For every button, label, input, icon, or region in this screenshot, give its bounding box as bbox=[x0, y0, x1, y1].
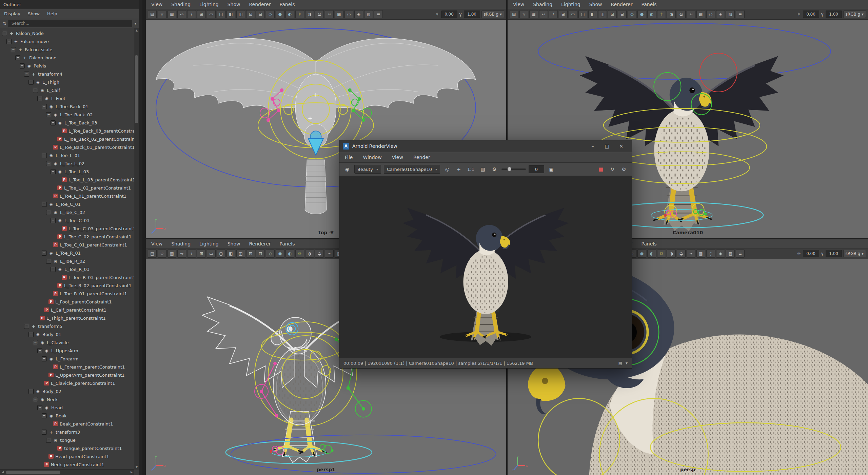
arnold-renderview-window[interactable]: A Arnold RenderView – □ × File Window Vi… bbox=[339, 140, 632, 369]
view-transform-select[interactable]: sRGB g ▾ bbox=[843, 11, 866, 18]
motion-blur-icon[interactable]: ≈ bbox=[325, 250, 334, 258]
expander-toggle[interactable]: − bbox=[33, 397, 38, 402]
expander-toggle[interactable]: − bbox=[2, 31, 7, 36]
tree-item[interactable]: −◉L_Toe_R_03 bbox=[0, 265, 134, 273]
x-ray-icon[interactable]: ▨ bbox=[726, 10, 735, 18]
chevron-down-icon[interactable]: ▾ bbox=[134, 21, 136, 26]
gate-mask-icon[interactable]: ◧ bbox=[226, 10, 235, 18]
menu-view[interactable]: View bbox=[392, 155, 403, 160]
shadows-icon[interactable]: ◑ bbox=[667, 250, 676, 258]
tree-item[interactable]: −◉L_Toe_L_02 bbox=[0, 159, 134, 167]
tree-item[interactable]: PL_Toe_L_01_parentConstraint1 bbox=[0, 192, 134, 200]
menu-display[interactable]: Display bbox=[4, 11, 20, 16]
motion-blur-icon[interactable]: ≈ bbox=[325, 10, 334, 18]
view-transform-select[interactable]: sRGB g ▾ bbox=[843, 250, 866, 257]
expander-toggle[interactable]: − bbox=[37, 96, 42, 101]
viewport-menu-lighting[interactable]: Lighting bbox=[199, 2, 219, 7]
gamma-icon[interactable]: γ bbox=[821, 12, 824, 17]
tree-item[interactable]: −◉L_Toe_Back_03 bbox=[0, 119, 134, 127]
expander-toggle[interactable]: − bbox=[51, 218, 56, 223]
gate-mask-icon[interactable]: ◧ bbox=[588, 10, 597, 18]
tree-item[interactable]: PL_Toe_Back_03_parentConstraint1 bbox=[0, 127, 134, 135]
tree-item[interactable]: −◉L_Clavicle bbox=[0, 338, 134, 347]
tree-item[interactable]: PL_Toe_Back_02_parentConstraint1 bbox=[0, 135, 134, 143]
viewport-menu-lighting[interactable]: Lighting bbox=[561, 2, 580, 7]
depth-of-field-icon[interactable]: ◌ bbox=[706, 10, 715, 18]
tree-item[interactable]: −◉L_Toe_C_03 bbox=[0, 216, 134, 224]
sort-filter-icon[interactable]: ⇅ bbox=[3, 21, 6, 26]
tree-item[interactable]: −◉tongue bbox=[0, 436, 134, 444]
gamma-icon[interactable]: γ bbox=[821, 251, 824, 256]
shadows-icon[interactable]: ◑ bbox=[667, 10, 676, 18]
tree-item[interactable]: −◉L_Forearm bbox=[0, 355, 134, 363]
viewport-menu-renderer[interactable]: Renderer bbox=[249, 2, 271, 7]
smooth-shade-icon[interactable]: ● bbox=[637, 250, 646, 258]
expander-toggle[interactable]: − bbox=[11, 47, 16, 52]
x-ray-icon[interactable]: ▨ bbox=[364, 10, 373, 18]
isolate-icon[interactable]: ▣ bbox=[547, 165, 556, 173]
expander-toggle[interactable]: − bbox=[24, 324, 29, 329]
viewport-menu-view[interactable]: View bbox=[513, 2, 524, 7]
viewport-menu-panels[interactable]: Panels bbox=[279, 2, 295, 7]
expander-toggle[interactable]: − bbox=[42, 413, 47, 418]
wireframe-icon[interactable]: ◇ bbox=[628, 10, 636, 18]
field-chart-icon[interactable]: ◫ bbox=[598, 10, 607, 18]
isolate-select-icon[interactable]: ◈ bbox=[716, 250, 725, 258]
x-ray-joints-icon[interactable]: ≡ bbox=[736, 250, 745, 258]
debug-value-field[interactable]: 0 bbox=[529, 165, 544, 173]
textured-icon[interactable]: ◐ bbox=[647, 250, 656, 258]
lights-icon[interactable]: ☼ bbox=[295, 250, 304, 258]
tree-item[interactable]: −◉Beak bbox=[0, 412, 134, 420]
status-image-icon[interactable]: ▤ bbox=[618, 361, 622, 365]
film-gate-icon[interactable]: ▭ bbox=[207, 10, 216, 18]
lights-icon[interactable]: ☼ bbox=[657, 250, 666, 258]
tree-item[interactable]: −+Falcon_scale bbox=[0, 45, 134, 54]
viewport-menu-show[interactable]: Show bbox=[589, 2, 602, 7]
menu-render[interactable]: Render bbox=[413, 155, 430, 160]
expander-toggle[interactable]: − bbox=[46, 438, 51, 443]
x-ray-icon[interactable]: ▨ bbox=[726, 250, 735, 258]
scrollbar-thumb[interactable] bbox=[6, 471, 60, 474]
expander-toggle[interactable]: − bbox=[42, 251, 47, 256]
shadows-icon[interactable]: ◑ bbox=[305, 10, 314, 18]
exposure-field[interactable]: 0.00 bbox=[441, 11, 457, 18]
expander-toggle[interactable]: − bbox=[42, 153, 47, 158]
screen-space-ao-icon[interactable]: ◒ bbox=[315, 10, 324, 18]
grease-pencil-icon[interactable]: ∕ bbox=[187, 10, 196, 18]
tree-item[interactable]: PL_Clavicle_parentConstraint1 bbox=[0, 379, 134, 387]
region-icon[interactable]: ▧ bbox=[478, 165, 487, 173]
maximize-button[interactable]: □ bbox=[600, 140, 614, 152]
bookmarks-icon[interactable]: ☆ bbox=[519, 10, 528, 18]
shadows-icon[interactable]: ◑ bbox=[305, 250, 314, 258]
tree-item[interactable]: PL_Toe_Back_01_parentConstraint1 bbox=[0, 143, 134, 151]
viewport-menu-show[interactable]: Show bbox=[228, 2, 240, 7]
scroll-up-icon[interactable]: ▲ bbox=[134, 28, 139, 33]
arnold-titlebar[interactable]: A Arnold RenderView – □ × bbox=[339, 140, 632, 152]
scrollbar-thumb[interactable] bbox=[135, 55, 138, 123]
viewport-menu-panels[interactable]: Panels bbox=[641, 241, 656, 246]
camera-attributes-icon[interactable]: ▤ bbox=[510, 10, 518, 18]
scroll-down-icon[interactable]: ▼ bbox=[134, 465, 139, 470]
viewport-menu-view[interactable]: View bbox=[151, 241, 162, 246]
tree-item[interactable]: Ptongue_parentConstraint1 bbox=[0, 444, 134, 452]
aov-select[interactable]: Beauty ▾ bbox=[354, 165, 381, 174]
camera-attributes-icon[interactable]: ▤ bbox=[148, 250, 157, 258]
tree-item[interactable]: −◉L_Foot bbox=[0, 94, 134, 102]
image-plane-icon[interactable]: ▦ bbox=[167, 10, 176, 18]
tree-item[interactable]: PL_Foot_parentConstraint1 bbox=[0, 298, 134, 306]
expander-toggle[interactable]: − bbox=[46, 112, 51, 117]
test-resolution-gear-icon[interactable]: ⚙ bbox=[490, 165, 499, 173]
viewport-menu-shading[interactable]: Shading bbox=[533, 2, 552, 7]
expander-toggle[interactable]: − bbox=[42, 430, 47, 435]
debug-slider[interactable] bbox=[501, 169, 526, 170]
tree-item[interactable]: −◉Pelvis bbox=[0, 62, 134, 70]
tree-item[interactable]: PL_Toe_C_01_parentConstraint1 bbox=[0, 241, 134, 249]
tree-item[interactable]: −◉L_Thigh bbox=[0, 78, 134, 86]
snapshot-icon[interactable]: ◉ bbox=[343, 165, 352, 173]
smooth-shade-icon[interactable]: ● bbox=[637, 10, 646, 18]
screen-space-ao-icon[interactable]: ◒ bbox=[677, 10, 686, 18]
multisample-icon[interactable]: ▩ bbox=[696, 10, 705, 18]
tree-item[interactable]: PL_Toe_C_03_parentConstraint1 bbox=[0, 224, 134, 233]
view-transform-select[interactable]: sRGB g ▾ bbox=[481, 11, 504, 18]
x-ray-joints-icon[interactable]: ≡ bbox=[374, 10, 383, 18]
